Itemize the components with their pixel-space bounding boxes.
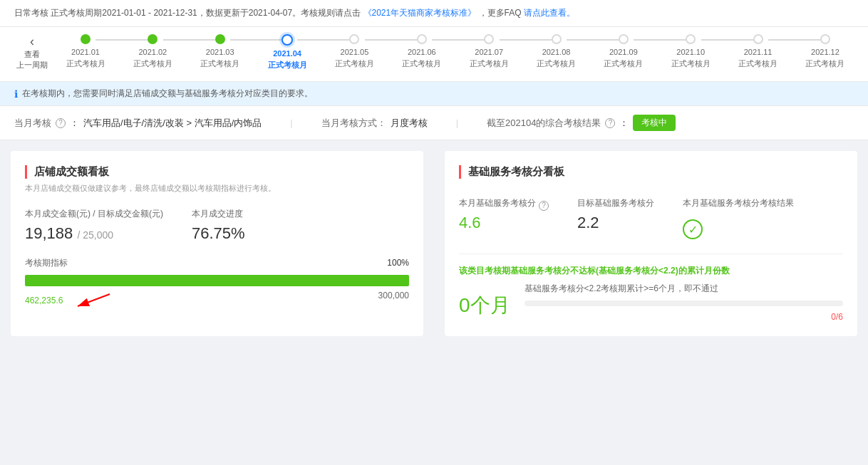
right-metric-1: 本月基础服务考核分 ? 4.6: [459, 197, 549, 239]
month-label-6: 2021.06正式考核月: [402, 47, 441, 69]
dot-9: [619, 34, 629, 44]
dot-8: [552, 34, 562, 44]
progress-max: 300,000: [378, 291, 409, 312]
metric-current: 19,188: [25, 224, 73, 242]
metric-amount-label: 本月成交金额(元) / 目标成交金额(元): [25, 208, 163, 220]
svg-line-1: [78, 294, 110, 306]
left-panel-title: 店铺成交额看板: [25, 165, 409, 179]
assessment-label-3: 截至202104的综合考核结果: [487, 117, 601, 130]
main-content: 店铺成交额看板 本月店铺成交额仅做建议参考，最终店铺成交额以考核期指标进行考核。…: [0, 140, 868, 347]
metric-progress: 本月成交进度 76.75%: [192, 208, 245, 243]
score-row: 0/6: [525, 312, 843, 322]
left-panel: 店铺成交额看板 本月店铺成交额仅做建议参考，最终店铺成交额以考核期指标进行考核。…: [11, 151, 423, 336]
month-label-4: 2021.04正式考核月: [268, 48, 307, 70]
month-label-5: 2021.05正式考核月: [335, 47, 374, 69]
pass-rule: 基础服务考核分<2.2考核期累计>=6个月，即不通过: [525, 283, 843, 295]
right-metric-1-label: 本月基础服务考核分: [459, 197, 536, 209]
month-label-10: 2021.10正式考核月: [671, 47, 711, 69]
dot-6: [417, 34, 427, 44]
progress-current: 462,235.6: [25, 291, 124, 312]
dot-2: [148, 34, 157, 44]
notice-text: 日常考核 正式考核周期2021-01-01 - 2021-12-31，数据更新于…: [14, 8, 361, 18]
assessment-colon: ：: [70, 117, 79, 130]
month-label-3: 2021.03正式考核月: [200, 47, 239, 69]
right-panel-metrics: 本月基础服务考核分 ? 4.6 目标基础服务考核分 2.2 本月基础服务考核分考…: [459, 197, 843, 239]
dot-4: [281, 34, 293, 46]
notice-link1[interactable]: 《2021年天猫商家考核标准》: [363, 8, 477, 18]
assessment-row: 当月考核 ? ： 汽车用品/电子/清洗/改装 > 汽车用品/内饰品 | 当月考核…: [0, 106, 868, 140]
right-metric-2-value: 2.2: [577, 214, 654, 232]
right-metric-3-label: 本月基础服务考核分考核结果: [683, 197, 794, 209]
dot-12: [820, 34, 830, 44]
red-arrow-svg: [67, 291, 124, 312]
assessment-question-3[interactable]: ?: [605, 118, 615, 128]
metric-amount-value: 19,188 / 25,000: [25, 224, 163, 243]
right-metric-3: 本月基础服务考核分考核结果 ✓: [683, 197, 794, 239]
dot-10: [686, 34, 696, 44]
right-panel-title: 基础服务考核分看板: [459, 165, 843, 179]
unqualified-section: 该类目考核期基础服务考核分不达标(基础服务考核分<2.2)的累计月份数 0个月 …: [459, 254, 843, 322]
right-metric-2: 目标基础服务考核分 2.2: [577, 197, 654, 239]
month-label-2: 2021.02正式考核月: [133, 47, 172, 69]
unqualified-title: 该类目考核期基础服务考核分不达标(基础服务考核分<2.2)的累计月份数: [459, 265, 843, 277]
notice-link2[interactable]: 请点此查看。: [524, 8, 575, 18]
info-text: 在考核期内，您需要同时满足店铺成交额与基础服务考核分对应类目的要求。: [22, 88, 313, 100]
months-value: 0个月: [459, 292, 510, 319]
dot-11: [753, 34, 763, 44]
right-metric-1-value: 4.6: [459, 214, 549, 232]
months-progress-bar: [525, 301, 843, 306]
right-metric-2-label: 目标基础服务考核分: [577, 197, 654, 209]
month-label-11: 2021.11正式考核月: [738, 47, 777, 69]
back-label: 查看上一周期: [16, 49, 48, 70]
progress-current-val: 462,235.6: [25, 296, 63, 305]
back-button[interactable]: ‹ 查看上一周期: [14, 34, 50, 70]
metric-row-1: 本月成交金额(元) / 目标成交金额(元) 19,188 / 25,000 本月…: [25, 208, 409, 243]
left-panel-subtitle: 本月店铺成交额仅做建议参考，最终店铺成交额以考核期指标进行考核。: [25, 183, 409, 194]
separator-1: |: [290, 117, 292, 128]
assessment-label-2: 当月考核方式：: [321, 117, 386, 130]
assessment-cell-3: 截至202104的综合考核结果 ? ： 考核中: [487, 115, 676, 131]
progress-label: 考核期指标: [25, 257, 68, 269]
dot-7: [484, 34, 494, 44]
timeline-section: ‹ 查看上一周期 2021.01正式考核月 2021.02正式考核月 2021.…: [0, 27, 868, 82]
progress-pct: 100%: [387, 258, 409, 268]
timeline-container: 2021.01正式考核月 2021.02正式考核月 2021.03正式考核月 2…: [57, 34, 854, 70]
metric-progress-label: 本月成交进度: [192, 208, 245, 220]
progress-bar-fill: [25, 275, 409, 286]
dot-5: [349, 34, 359, 44]
assessment-question-1[interactable]: ?: [56, 118, 66, 128]
assessment-method: 月度考核: [391, 117, 428, 130]
back-arrow: ‹: [30, 34, 34, 49]
metric-progress-value: 76.75%: [192, 224, 245, 243]
score-ratio: 0/6: [831, 312, 843, 322]
month-label-9: 2021.09正式考核月: [604, 47, 643, 69]
metric-amount: 本月成交金额(元) / 目标成交金额(元) 19,188 / 25,000: [25, 208, 163, 243]
progress-values: 462,235.6 300,000: [25, 291, 409, 312]
month-label-7: 2021.07正式考核月: [470, 47, 509, 69]
dot-3: [215, 34, 225, 44]
month-label-8: 2021.08正式考核月: [537, 47, 576, 69]
notice-bar: 日常考核 正式考核周期2021-01-01 - 2021-12-31，数据更新于…: [0, 0, 868, 27]
right-question-icon[interactable]: ?: [539, 201, 549, 211]
progress-section: 考核期指标 100% 462,235.6: [25, 257, 409, 312]
info-icon: ℹ: [14, 88, 18, 100]
status-badge: 考核中: [633, 115, 676, 131]
metric-target: 25,000: [83, 229, 113, 241]
dot-1: [81, 34, 91, 44]
right-panel: 基础服务考核分看板 本月基础服务考核分 ? 4.6 目标基础服务考核分 2.2 …: [445, 151, 857, 336]
month-label-12: 2021.12正式考核月: [805, 47, 844, 69]
separator-2: |: [456, 117, 458, 128]
progress-bar-bg: [25, 275, 409, 286]
assessment-cell-2: 当月考核方式： 月度考核: [321, 117, 428, 130]
check-icon: ✓: [683, 219, 703, 239]
month-label-1: 2021.01正式考核月: [66, 47, 105, 69]
assessment-category: 汽车用品/电子/清洗/改装 > 汽车用品/内饰品: [83, 117, 262, 130]
unqualified-desc: 该类目考核期基础服务考核分不达标(基础服务考核分<2.2)的累计月份数: [459, 266, 730, 276]
assessment-cell-1: 当月考核 ? ： 汽车用品/电子/清洗/改装 > 汽车用品/内饰品: [14, 117, 262, 130]
timeline-month-12[interactable]: 2021.12正式考核月: [797, 34, 854, 69]
notice-middle: ，更多FAQ: [479, 8, 522, 18]
info-bar: ℹ 在考核期内，您需要同时满足店铺成交额与基础服务考核分对应类目的要求。: [0, 82, 868, 106]
assessment-label-1: 当月考核: [14, 117, 51, 130]
